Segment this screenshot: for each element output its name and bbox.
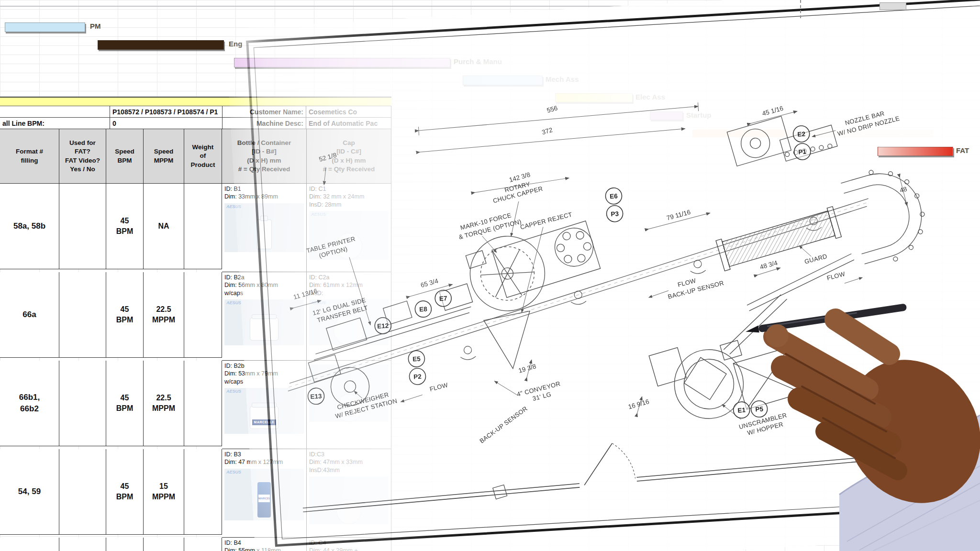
cell-weight[interactable] <box>184 272 222 358</box>
infeed-machines-linework <box>304 284 478 408</box>
cell-line-bpm-label[interactable]: all Line BPM: <box>0 118 110 129</box>
callout-e6: E6 <box>610 192 618 200</box>
label-flow-left: FLOW <box>429 381 449 393</box>
callout-e5: E5 <box>412 355 421 363</box>
col-header-used-for-fat[interactable]: Used for FAT? FAT Video? Yes / No <box>59 129 106 184</box>
cell-format[interactable] <box>0 538 59 551</box>
cell-format[interactable]: 54, 59 <box>0 449 59 535</box>
cell-line-bpm-value[interactable]: 0 <box>110 118 223 129</box>
callout-p1: P1 <box>798 148 807 155</box>
cell-format[interactable]: 66b1, 66b2 <box>0 361 59 446</box>
col-header-speed-mppm[interactable]: Speed MPPM <box>144 129 184 184</box>
callout-e2: E2 <box>797 131 805 138</box>
cell-project-numbers[interactable]: P108572 / P108573 / P108574 / P1 <box>110 106 223 118</box>
col-header-speed-bpm[interactable]: Speed BPM <box>106 129 144 184</box>
cell-fat[interactable] <box>59 272 106 358</box>
guard-conveyor-linework <box>716 207 841 271</box>
dim-19-3-8: 19 3/8 <box>518 363 537 374</box>
cell-speed-mppm[interactable]: NA <box>144 184 184 269</box>
gantt-label-pm: PM <box>90 22 101 30</box>
callout-e13: E13 <box>310 393 322 400</box>
callout-p3: P3 <box>611 210 619 218</box>
dim-11-13-16: 11 13/16 <box>292 287 318 301</box>
return-loop-linework <box>840 159 935 270</box>
callout-p2: P2 <box>413 373 422 381</box>
cell-speed-bpm[interactable]: 45 BPM <box>106 184 144 269</box>
photo-watermark: AESUS <box>226 300 241 306</box>
dim-48-3-4: 48 3/4 <box>759 259 779 271</box>
cell-blank[interactable] <box>0 106 110 118</box>
cell-speed-bpm[interactable]: 45 BPM <box>106 272 144 358</box>
dim-79-11-16: 79 11/16 <box>666 209 691 222</box>
cell-fat[interactable] <box>59 538 106 551</box>
page-break-dashed-line <box>800 0 801 18</box>
gantt-label-fat: FAT <box>956 146 969 154</box>
dim-556: 556 <box>546 104 558 114</box>
label-capper-reject: CAPPER REJECT <box>519 211 573 231</box>
photo-watermark: AESUS <box>226 389 241 395</box>
callout-e8: E8 <box>419 306 428 313</box>
label-backup-sensor: BACK-UP SENSOR <box>478 405 529 444</box>
cell-speed-mppm[interactable]: 15 MPPM <box>144 449 184 535</box>
cell-speed-mppm[interactable]: 22.5 MPPM <box>144 361 184 446</box>
cell-weight[interactable] <box>184 184 222 269</box>
cell-fat[interactable] <box>59 361 106 446</box>
cell-speed-bpm[interactable]: 45 BPM <box>106 361 144 446</box>
index-fingertip <box>766 324 789 347</box>
cell-speed-bpm[interactable] <box>106 538 144 551</box>
cell-format[interactable]: 58a, 58b <box>0 184 59 269</box>
cell-speed-mppm[interactable]: 22.5 MPPM <box>144 272 184 358</box>
capper-machine-linework <box>464 220 606 371</box>
gantt-bar-fat[interactable] <box>878 147 953 156</box>
gantt-bar-eng[interactable] <box>98 40 224 50</box>
cell-speed-mppm[interactable] <box>144 538 184 551</box>
cell-speed-bpm[interactable]: 45 BPM <box>106 449 144 535</box>
callout-e7: E7 <box>439 295 447 302</box>
col-header-format[interactable]: Format # filling <box>0 129 59 184</box>
gantt-bar-pm[interactable] <box>5 22 85 32</box>
cell-weight[interactable] <box>184 538 222 551</box>
dim-52-1-8: 52 1/8 <box>318 151 337 163</box>
col-header-weight[interactable]: Weight of Product <box>184 129 222 184</box>
hand-with-pen-photo <box>722 274 980 551</box>
cell-format[interactable]: 66a <box>0 272 59 358</box>
label-guard: GUARD <box>804 253 828 265</box>
callout-e12: E12 <box>377 322 389 330</box>
dim-65-3-4: 65 3/4 <box>420 277 439 289</box>
scroll-thumb[interactable] <box>880 2 906 10</box>
cell-fat[interactable] <box>59 184 106 269</box>
dim-48-right: 48 <box>899 185 908 194</box>
thumb <box>835 320 889 354</box>
dim-372: 372 <box>541 126 554 136</box>
photo-watermark: AESUS <box>226 470 241 475</box>
nozzle-bar-machine-linework <box>726 113 838 167</box>
cell-fat[interactable] <box>59 449 106 535</box>
cell-weight[interactable] <box>184 449 222 535</box>
cell-weight[interactable] <box>184 361 222 446</box>
